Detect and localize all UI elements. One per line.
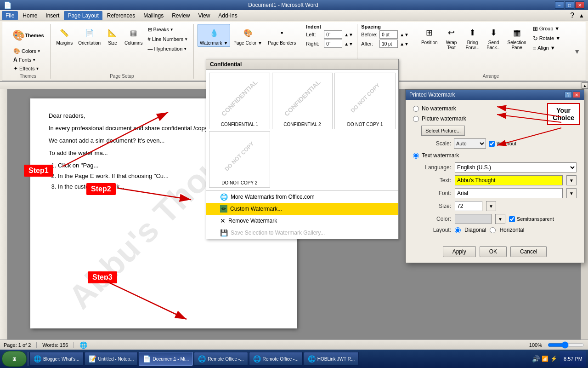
remove-watermark-item[interactable]: ✕ Remove Watermark bbox=[206, 215, 398, 227]
size-button[interactable]: 📐 Size bbox=[104, 24, 121, 47]
menu-review[interactable]: Review bbox=[168, 11, 193, 20]
taskbar-notepad[interactable]: 📝 Untitled - Notep... bbox=[85, 352, 138, 366]
select-picture-button[interactable]: Select Picture... bbox=[421, 126, 465, 136]
color-swatch[interactable] bbox=[455, 214, 492, 224]
tray-icon-2[interactable]: 📶 bbox=[542, 356, 548, 362]
taskbar-remote1[interactable]: 🌐 Remote Office -... bbox=[194, 352, 248, 366]
selection-pane-button[interactable]: ▦ SelectionPane bbox=[505, 24, 529, 52]
dialog-help-button[interactable]: ? bbox=[565, 92, 572, 98]
fonts-button[interactable]: A Fonts ▼ bbox=[11, 56, 43, 64]
close-button[interactable]: ✕ bbox=[575, 1, 584, 9]
breaks-button[interactable]: ⊞ Breaks ▼ bbox=[146, 25, 190, 34]
tray-icon-1[interactable]: 🔊 bbox=[532, 355, 540, 362]
watermark-item-conf1[interactable]: CONFIDENTIAL CONFIDENTIAL 1 bbox=[209, 73, 270, 129]
margins-button[interactable]: 📏 Margins bbox=[54, 24, 75, 47]
menu-home[interactable]: Home bbox=[19, 11, 41, 20]
ok-button[interactable]: OK bbox=[480, 246, 507, 257]
clock-area[interactable]: 8:57 PM bbox=[560, 351, 586, 367]
watermark-item-dnc1[interactable]: DO NOT COPY DO NOT COPY 1 bbox=[334, 73, 396, 129]
watermark-button[interactable]: 💧 Watermark ▼ bbox=[198, 24, 230, 47]
effects-button[interactable]: ✦ Effects ▼ bbox=[11, 64, 43, 73]
menu-addins[interactable]: Add-Ins bbox=[215, 11, 241, 20]
page-color-button[interactable]: 🎨 Page Color ▼ bbox=[231, 24, 265, 47]
picture-watermark-radio[interactable] bbox=[413, 116, 419, 122]
themes-label: Themes bbox=[25, 33, 44, 38]
menu-file[interactable]: File bbox=[2, 11, 18, 20]
wrap-text-button[interactable]: ↩ WrapText bbox=[442, 24, 461, 52]
restore-button[interactable]: □ bbox=[565, 1, 574, 9]
watermark-item-conf2[interactable]: CONFIDENTIAL CONFIDENTIAL 2 bbox=[272, 73, 333, 129]
rotate-button[interactable]: ↻ Rotate ▼ bbox=[531, 34, 563, 43]
text-input[interactable] bbox=[455, 175, 563, 185]
text-watermark-option[interactable]: Text watermark bbox=[413, 152, 577, 159]
selection-pane-label: SelectionPane bbox=[508, 40, 526, 50]
tray-icon-3[interactable]: ⚡ bbox=[550, 356, 557, 362]
effects-label: Effects bbox=[19, 66, 34, 71]
font-dropdown-button[interactable]: ▼ bbox=[566, 188, 577, 198]
text-watermark-radio[interactable] bbox=[413, 153, 419, 159]
size-dropdown-button[interactable]: ▼ bbox=[486, 201, 496, 211]
menu-references[interactable]: References bbox=[103, 11, 139, 20]
spacing-before-input[interactable] bbox=[379, 30, 398, 39]
taskbar-word[interactable]: 📄 Document1 - Mi... bbox=[139, 352, 193, 366]
watermark-name-conf2: CONFIDENTIAL 2 bbox=[283, 122, 321, 127]
more-watermarks-label: More Watermarks from Office.com bbox=[231, 194, 315, 200]
page-borders-icon: ▪ bbox=[275, 25, 289, 40]
horizontal-radio[interactable] bbox=[490, 227, 496, 233]
washout-checkbox[interactable] bbox=[489, 141, 495, 147]
themes-button[interactable]: 🎨 Themes bbox=[10, 24, 46, 47]
your-choice-callout: Your Choice bbox=[547, 103, 580, 125]
scale-row: Scale: Auto Washout bbox=[421, 138, 577, 149]
scale-select[interactable]: Auto bbox=[454, 138, 486, 149]
watermark-item-dnc2[interactable]: DO NOT COPY DO NOT COPY 2 bbox=[209, 131, 270, 188]
zoom-slider[interactable] bbox=[548, 341, 584, 349]
start-button[interactable]: ⊞ bbox=[2, 351, 27, 367]
spacing-after-input[interactable] bbox=[379, 40, 398, 48]
orientation-button[interactable]: 📄 Orientation bbox=[76, 24, 103, 47]
apply-button[interactable]: Apply bbox=[443, 246, 476, 257]
dialog-close-button[interactable]: ✕ bbox=[573, 92, 580, 98]
taskbar-blogger[interactable]: 🌐 Blogger: What's... bbox=[29, 352, 84, 366]
cancel-button[interactable]: Cancel bbox=[510, 246, 547, 257]
menu-view[interactable]: View bbox=[195, 11, 214, 20]
menu-mailings[interactable]: Mailings bbox=[140, 11, 167, 20]
indent-right-input[interactable] bbox=[324, 40, 342, 48]
scroll-up-button[interactable]: ▲ bbox=[582, 82, 588, 89]
taskbar-hoblink[interactable]: 🌐 HOBLink JWT R... bbox=[304, 352, 359, 366]
picture-watermark-label: Picture watermark bbox=[422, 115, 466, 122]
language-select[interactable]: English (U.S.) bbox=[455, 162, 577, 172]
columns-button[interactable]: ▦ Columns bbox=[122, 24, 145, 47]
line-numbers-button[interactable]: # Line Numbers ▼ bbox=[146, 34, 190, 44]
position-button[interactable]: ⊞ Position bbox=[419, 24, 440, 46]
dialog-footer: Apply OK Cancel bbox=[406, 242, 584, 263]
bring-forward-button[interactable]: ⬆ BringForw... bbox=[463, 24, 482, 52]
dropdown-scroll[interactable]: CONFIDENTIAL CONFIDENTIAL 1 CONFIDENTIAL… bbox=[206, 70, 398, 190]
send-backward-button[interactable]: ⬇ SendBack... bbox=[484, 24, 503, 52]
ribbon-expander[interactable]: ▼ bbox=[572, 24, 582, 79]
menu-bar: File Home Insert Page Layout References … bbox=[0, 10, 588, 21]
size-input[interactable] bbox=[455, 201, 482, 211]
menu-page-layout[interactable]: Page Layout bbox=[64, 11, 102, 20]
line-numbers-icon: # bbox=[148, 36, 151, 42]
group-button[interactable]: ⊞ Group ▼ bbox=[531, 24, 563, 33]
semitransparent-checkbox[interactable] bbox=[509, 216, 515, 222]
color-dropdown-button[interactable]: ▼ bbox=[495, 214, 505, 224]
menu-insert[interactable]: Insert bbox=[42, 11, 63, 20]
align-button[interactable]: ≡ Align ▼ bbox=[531, 43, 563, 52]
ribbon-minimize-button[interactable]: ▲ bbox=[577, 12, 586, 19]
indent-left-input[interactable] bbox=[324, 30, 342, 39]
diagonal-radio[interactable] bbox=[455, 227, 461, 233]
taskbar-remote2-icon: 🌐 bbox=[253, 355, 261, 362]
no-watermark-radio[interactable] bbox=[413, 106, 419, 112]
page-borders-button[interactable]: ▪ Page Borders bbox=[266, 24, 298, 47]
hyphenation-button[interactable]: — Hyphenation ▼ bbox=[146, 44, 190, 53]
colors-button[interactable]: 🎨 Colors ▼ bbox=[11, 47, 43, 55]
text-dropdown-button[interactable]: ▼ bbox=[566, 175, 577, 185]
custom-watermark-item[interactable]: ✏ Custom Watermark... bbox=[206, 203, 398, 215]
selection-pane-icon: ▦ bbox=[509, 25, 524, 40]
font-input[interactable] bbox=[455, 188, 563, 198]
help-button[interactable]: ? bbox=[568, 12, 576, 20]
taskbar-remote2[interactable]: 🌐 Remote Office -... bbox=[249, 352, 303, 366]
minimize-button[interactable]: − bbox=[555, 1, 564, 9]
more-watermarks-item[interactable]: 🌐 More Watermarks from Office.com bbox=[206, 191, 398, 203]
